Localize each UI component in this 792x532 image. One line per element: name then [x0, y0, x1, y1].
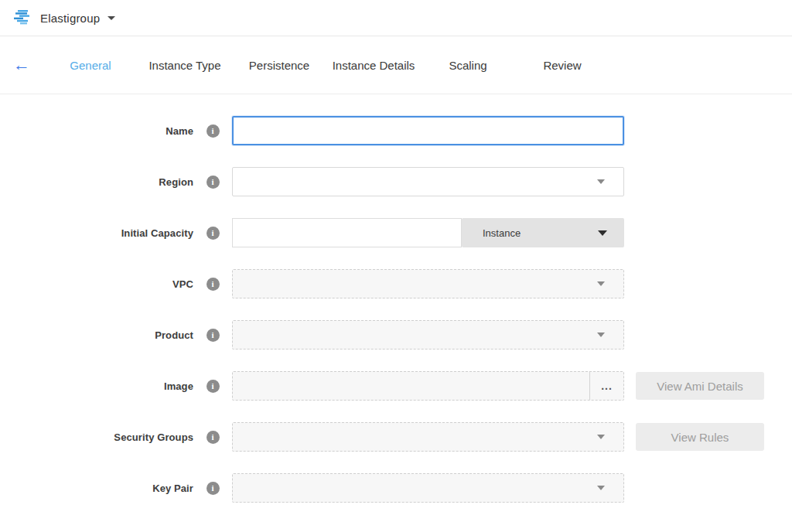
chevron-down-icon	[597, 435, 605, 439]
security-groups-select[interactable]	[232, 422, 624, 452]
browse-image-button[interactable]: ...	[589, 372, 623, 400]
general-form: Name i Region i Initial Capacity i Insta…	[0, 94, 792, 503]
name-input[interactable]	[232, 116, 624, 145]
form-row-initial-capacity: Initial Capacity i Instance	[0, 218, 792, 247]
view-ami-details-button[interactable]: View Ami Details	[636, 372, 764, 400]
vpc-select[interactable]	[232, 269, 624, 298]
tab-persistence[interactable]: Persistence	[232, 59, 326, 72]
wizard-tabs: General Instance Type Persistence Instan…	[43, 59, 609, 72]
info-icon[interactable]: i	[207, 431, 220, 444]
top-bar: Elastigroup	[0, 0, 792, 36]
info-icon[interactable]: i	[207, 482, 220, 495]
form-row-key-pair: Key Pair i	[0, 473, 792, 503]
chevron-down-icon	[598, 230, 607, 236]
vpc-label: VPC	[0, 278, 193, 290]
info-icon[interactable]: i	[207, 124, 220, 138]
capacity-unit-select[interactable]: Instance	[462, 218, 624, 247]
form-row-product: Product i	[0, 320, 792, 350]
key-pair-select[interactable]	[232, 473, 624, 503]
initial-capacity-label: Initial Capacity	[0, 227, 193, 239]
info-icon[interactable]: i	[207, 278, 220, 291]
elastigroup-logo-icon	[12, 9, 32, 26]
chevron-down-icon	[597, 486, 605, 490]
region-label: Region	[0, 176, 193, 188]
form-row-region: Region i	[0, 167, 792, 196]
key-pair-label: Key Pair	[0, 483, 193, 494]
info-icon[interactable]: i	[207, 329, 220, 342]
security-groups-label: Security Groups	[0, 431, 193, 443]
info-icon[interactable]: i	[207, 380, 220, 393]
info-icon[interactable]: i	[207, 227, 220, 240]
initial-capacity-input[interactable]	[232, 218, 462, 247]
tab-scaling[interactable]: Scaling	[421, 59, 515, 72]
chevron-down-icon	[108, 16, 115, 20]
tab-instance-details[interactable]: Instance Details	[326, 59, 421, 72]
app-title: Elastigroup	[40, 12, 100, 25]
region-select[interactable]	[232, 167, 624, 196]
chevron-down-icon	[597, 281, 605, 286]
image-label: Image	[0, 380, 193, 392]
form-row-image: Image i ... View Ami Details	[0, 371, 792, 401]
chevron-down-icon	[597, 179, 605, 184]
form-row-security-groups: Security Groups i View Rules	[0, 422, 792, 452]
chevron-down-icon	[597, 332, 605, 337]
tab-general[interactable]: General	[43, 59, 138, 72]
view-rules-button[interactable]: View Rules	[636, 423, 764, 451]
tab-instance-type[interactable]: Instance Type	[138, 59, 232, 72]
arrow-left-icon: ←	[13, 56, 30, 73]
info-icon[interactable]: i	[207, 176, 220, 189]
form-row-vpc: VPC i	[0, 269, 792, 298]
tab-review[interactable]: Review	[515, 59, 609, 72]
name-label: Name	[0, 125, 193, 137]
image-value[interactable]	[233, 372, 589, 400]
image-field: ...	[232, 371, 624, 401]
wizard-nav: ← General Instance Type Persistence Inst…	[0, 36, 792, 94]
form-row-name: Name i	[0, 116, 792, 145]
product-switcher[interactable]: Elastigroup	[12, 9, 115, 26]
back-button[interactable]: ←	[0, 56, 43, 73]
capacity-unit-value: Instance	[483, 227, 598, 239]
product-select[interactable]	[232, 320, 624, 350]
product-label: Product	[0, 329, 193, 341]
